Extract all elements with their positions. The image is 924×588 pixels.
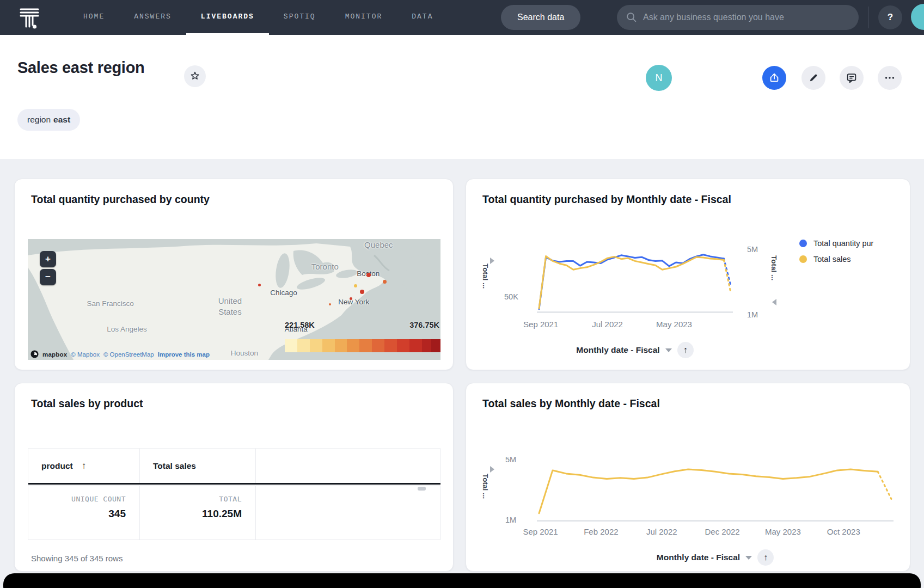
data-table: product ↑ Total sales UNIQUE COUNT 345 T… xyxy=(28,448,440,540)
x-tick-label: May 2023 xyxy=(656,320,692,329)
line-chart-quantity[interactable] xyxy=(537,244,733,313)
sort-ascending-button[interactable]: ↑ xyxy=(677,342,694,358)
mapbox-wordmark: mapbox xyxy=(42,351,67,358)
right-axis-tick-top: 5M xyxy=(747,245,758,254)
aggregate-label: TOTAL xyxy=(140,495,242,503)
legend-label: Total sales xyxy=(813,255,851,264)
chart-legend: Total quantity purTotal sales xyxy=(799,239,873,264)
row-count-status: Showing 345 of 345 rows xyxy=(31,554,123,563)
pencil-icon xyxy=(808,72,819,83)
expand-left-axis-icon[interactable] xyxy=(490,258,494,264)
comment-button[interactable] xyxy=(840,66,864,90)
chevron-down-icon[interactable] xyxy=(745,556,752,560)
legend-item[interactable]: Total sales xyxy=(799,255,873,264)
heat-scale-gradient xyxy=(285,339,440,352)
main-nav-tabs: HOME ANSWERS LIVEBOARDS SPOTIQ MONITOR D… xyxy=(69,0,448,35)
map-attribution: mapbox © Mapbox © OpenStreetMap Improve … xyxy=(30,350,210,358)
filter-chip-region[interactable]: region east xyxy=(17,109,80,131)
map-zoom-out-button[interactable]: − xyxy=(40,269,56,285)
x-axis-title: Monthly date - Fiscal xyxy=(576,345,659,355)
tab-spotiq[interactable]: SPOTIQ xyxy=(269,0,331,35)
more-options-button[interactable] xyxy=(878,66,902,90)
aggregate-value: 345 xyxy=(28,508,126,520)
table-header-row: product ↑ Total sales xyxy=(28,449,440,483)
left-axis-tick-bottom: 1M xyxy=(505,516,516,524)
chevron-down-icon[interactable] xyxy=(665,348,672,352)
sort-asc-icon: ↑ xyxy=(82,461,87,471)
help-button[interactable]: ? xyxy=(878,5,902,29)
search-icon xyxy=(626,11,638,23)
heat-point[interactable] xyxy=(350,297,352,300)
star-icon xyxy=(189,70,201,82)
legend-item[interactable]: Total quantity pur xyxy=(799,239,873,248)
map-place-label: Houston xyxy=(231,349,258,357)
map-place-label: Chicago xyxy=(270,289,297,297)
column-header-total-sales[interactable]: Total sales xyxy=(140,449,256,483)
more-icon xyxy=(884,72,896,84)
heat-point[interactable] xyxy=(366,273,371,277)
line-chart-sales[interactable] xyxy=(537,460,894,522)
x-tick-label: Jul 2022 xyxy=(592,320,623,329)
x-axis-title-row: Monthly date - Fiscal ↑ xyxy=(537,341,733,359)
legend-label: Total quantity pur xyxy=(813,239,873,248)
table-scrollbar-thumb[interactable] xyxy=(418,487,426,491)
improve-map-link[interactable]: Improve this map xyxy=(158,351,210,358)
expand-left-axis-icon[interactable] xyxy=(490,466,494,473)
left-axis-label: Total ... xyxy=(481,474,489,499)
right-axis-label: Total ... xyxy=(770,255,778,280)
liveboard-header: Sales east region N region east xyxy=(0,35,924,159)
tab-home[interactable]: HOME xyxy=(69,0,119,35)
user-avatar[interactable] xyxy=(911,4,924,30)
share-button[interactable] xyxy=(762,66,786,90)
map-place-label: Toronto xyxy=(311,262,339,271)
collapse-right-axis-icon[interactable] xyxy=(772,299,776,305)
card-title: Total sales by Monthly date - Fiscal xyxy=(482,397,660,410)
mapbox-link[interactable]: © Mapbox xyxy=(71,351,100,358)
summary-cell-total-sales: TOTAL 110.25M xyxy=(140,486,256,540)
x-tick-label: Feb 2022 xyxy=(584,527,618,536)
map-zoom-controls: + − xyxy=(40,251,56,285)
card-sales-by-month: Total sales by Monthly date - Fiscal 5M … xyxy=(466,383,910,572)
openstreetmap-link[interactable]: © OpenStreetMap xyxy=(103,351,154,358)
sort-ascending-button[interactable]: ↑ xyxy=(757,549,774,566)
edit-button[interactable] xyxy=(801,66,825,90)
column-header-empty xyxy=(256,449,440,483)
heat-scale-max: 376.75K xyxy=(409,321,439,329)
share-icon xyxy=(768,72,780,84)
filter-chip-value: east xyxy=(53,115,70,125)
x-tick-label: Sep 2021 xyxy=(523,320,558,329)
x-tick-label: Oct 2023 xyxy=(827,527,860,536)
left-axis-tick: 50K xyxy=(504,292,518,301)
x-axis-ticks: Sep 2021Jul 2022May 2023 xyxy=(537,320,733,330)
map-place-label: Quebec xyxy=(364,240,393,249)
aggregate-label: UNIQUE COUNT xyxy=(28,495,126,503)
map-place-label: San Francisco xyxy=(87,299,133,308)
favorite-button[interactable] xyxy=(184,65,206,87)
column-header-product[interactable]: product ↑ xyxy=(28,449,140,483)
page-title: Sales east region xyxy=(17,59,144,77)
left-axis-label: Total ... xyxy=(481,264,489,289)
tab-liveboards[interactable]: LIVEBOARDS xyxy=(186,0,269,35)
x-axis-title-row: Monthly date - Fiscal ↑ xyxy=(537,549,894,566)
map-zoom-in-button[interactable]: + xyxy=(40,251,56,267)
summary-cell-empty xyxy=(256,486,440,540)
bottom-dock-bar xyxy=(3,573,921,588)
mapbox-logo-icon xyxy=(30,350,39,358)
tab-data[interactable]: DATA xyxy=(397,0,448,35)
county-heatmap[interactable]: + − QuebecTorontoBostonChicagoNew YorkUn… xyxy=(28,239,440,360)
x-axis-title: Monthly date - Fiscal xyxy=(657,553,740,562)
right-axis-tick-bottom: 1M xyxy=(747,310,758,319)
legend-dot xyxy=(799,240,807,247)
card-title: Total quantity purchased by Monthly date… xyxy=(482,193,731,206)
map-place-label: United States xyxy=(210,296,250,317)
search-data-button[interactable]: Search data xyxy=(501,5,580,30)
table-summary-row: UNIQUE COUNT 345 TOTAL 110.25M xyxy=(28,486,440,540)
tab-monitor[interactable]: MONITOR xyxy=(331,0,397,35)
top-navbar: HOME ANSWERS LIVEBOARDS SPOTIQ MONITOR D… xyxy=(0,0,924,35)
ask-question-input[interactable]: Ask any business question you have xyxy=(617,5,859,30)
tab-answers[interactable]: ANSWERS xyxy=(119,0,186,35)
x-tick-label: Dec 2022 xyxy=(705,527,739,536)
map-place-label: New York xyxy=(338,298,369,306)
thoughtspot-logo-icon[interactable] xyxy=(16,4,42,30)
column-header-label: product xyxy=(41,461,73,471)
